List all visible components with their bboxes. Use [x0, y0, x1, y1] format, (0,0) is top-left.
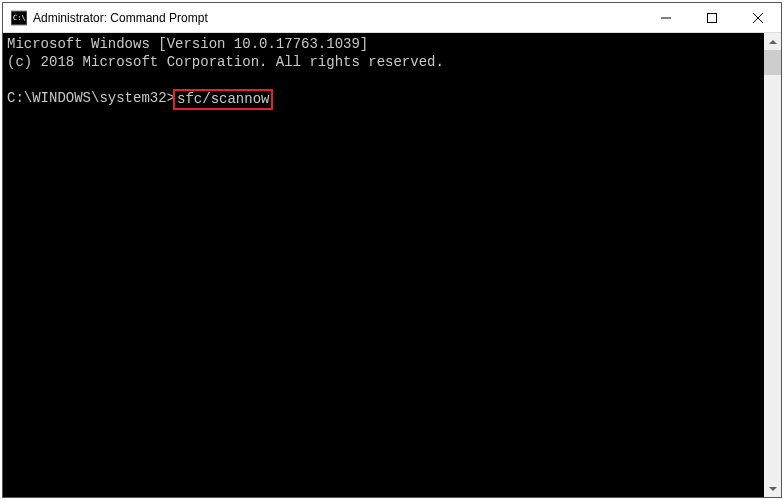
command-highlight-box: sfc/scannow: [173, 89, 273, 110]
svg-text:C:\: C:\: [13, 14, 26, 22]
terminal-area: Microsoft Windows [Version 10.0.17763.10…: [3, 33, 781, 497]
command-text: sfc/scannow: [177, 91, 269, 107]
command-prompt-window: C:\ Administrator: Command Prompt Micros…: [2, 2, 782, 498]
scrollbar-down-button[interactable]: [764, 480, 781, 497]
maximize-button[interactable]: [689, 3, 735, 33]
close-button[interactable]: [735, 3, 781, 33]
prompt-line: C:\WINDOWS\system32>sfc/scannow: [7, 89, 760, 110]
titlebar[interactable]: C:\ Administrator: Command Prompt: [3, 3, 781, 33]
minimize-button[interactable]: [643, 3, 689, 33]
svg-marker-6: [769, 40, 777, 44]
scrollbar-thumb[interactable]: [764, 50, 781, 75]
svg-rect-3: [708, 14, 717, 23]
terminal-output[interactable]: Microsoft Windows [Version 10.0.17763.10…: [3, 33, 764, 497]
scrollbar-up-button[interactable]: [764, 33, 781, 50]
prompt-path: C:\WINDOWS\system32>: [7, 89, 175, 107]
svg-marker-7: [769, 487, 777, 491]
version-line: Microsoft Windows [Version 10.0.17763.10…: [7, 35, 760, 53]
window-controls: [643, 3, 781, 32]
blank-line: [7, 71, 760, 89]
vertical-scrollbar[interactable]: [764, 33, 781, 497]
cmd-icon: C:\: [11, 10, 27, 26]
copyright-line: (c) 2018 Microsoft Corporation. All righ…: [7, 53, 760, 71]
window-title: Administrator: Command Prompt: [33, 11, 643, 25]
